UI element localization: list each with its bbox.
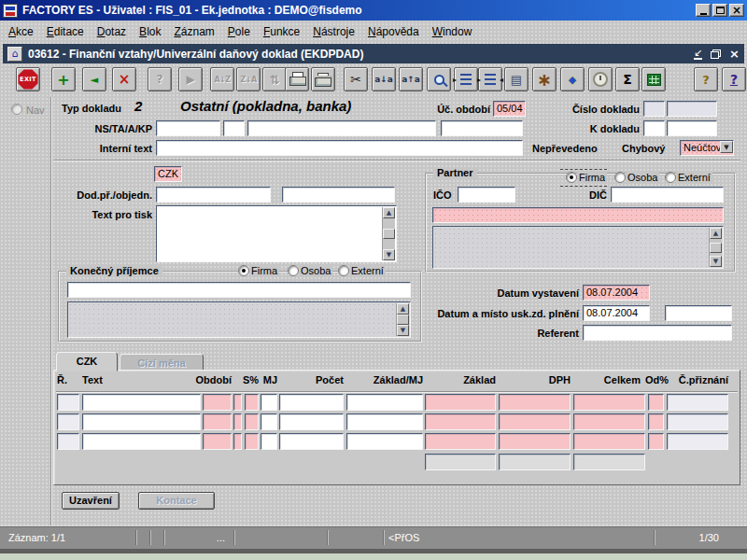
mj-cell[interactable] (261, 433, 277, 450)
zaklad-cell[interactable] (425, 413, 496, 430)
celkem-cell[interactable] (573, 394, 645, 411)
dph-cell[interactable] (499, 413, 571, 430)
konecny-radio-firma-label[interactable]: Firma (249, 265, 279, 276)
obdobi-cell[interactable] (203, 413, 232, 430)
konecny-radio-osoba[interactable] (288, 265, 299, 276)
datum-plneni-field[interactable]: 08.07.2004 (583, 305, 650, 321)
text-cell[interactable] (82, 413, 201, 430)
referent-field[interactable] (583, 325, 732, 341)
celkem-cell[interactable] (573, 433, 645, 450)
misto-plneni-field[interactable] (665, 305, 732, 321)
exit-button[interactable]: EXIT (16, 67, 40, 91)
cut-button[interactable]: ✂ (344, 67, 368, 91)
menu-nastroje[interactable]: Nástroje (313, 25, 355, 38)
partner-radio-externi[interactable] (665, 172, 676, 183)
helm-button[interactable]: ∗ (532, 67, 557, 91)
pocet-cell[interactable] (279, 394, 344, 411)
obdobi-cell[interactable] (203, 433, 232, 450)
datum-vystaveni-field[interactable]: 08.07.2004 (583, 285, 650, 301)
stav-dropdown-arrow[interactable]: ▼ (720, 141, 733, 153)
zaklad-mj-cell[interactable] (346, 433, 423, 450)
scroll-up-icon[interactable]: ▲ (710, 228, 722, 239)
dic-field[interactable] (611, 187, 724, 203)
partner-radio-externi-label[interactable]: Externí (676, 172, 712, 183)
print-multiple-button[interactable] (311, 67, 335, 91)
partner-address-scrollbar[interactable]: ▲ ▼ (709, 228, 722, 267)
sazba-cell[interactable] (245, 413, 259, 430)
dod-field-1[interactable] (156, 187, 271, 203)
celkem-cell[interactable] (573, 413, 645, 430)
scroll-down-icon[interactable]: ▼ (710, 256, 722, 267)
konecny-radio-externi[interactable] (338, 265, 349, 276)
help-context-button[interactable]: ? (694, 67, 718, 91)
zaklad-mj-cell[interactable] (346, 413, 423, 430)
text-pro-tisk-area[interactable]: ▲ ▼ (156, 205, 397, 262)
od-cell[interactable] (648, 433, 664, 450)
print-button[interactable] (285, 67, 309, 91)
konecny-radio-externi-label[interactable]: Externí (349, 265, 386, 276)
dph-cell[interactable] (499, 394, 571, 411)
dod-field-2[interactable] (282, 187, 395, 203)
flag-cell[interactable] (233, 394, 242, 411)
text-cell[interactable] (82, 394, 201, 411)
text-pro-tisk-scrollbar[interactable]: ▲ ▼ (382, 207, 395, 260)
konecny-address-scrollbar[interactable]: ▲ ▼ (396, 303, 409, 336)
close-button[interactable]: × (729, 4, 744, 17)
sazba-cell[interactable] (245, 394, 259, 411)
od-cell[interactable] (648, 413, 664, 430)
minimize-button[interactable] (696, 4, 711, 17)
konecny-radio-firma[interactable] (238, 265, 249, 276)
zaklad-cell[interactable] (425, 433, 496, 450)
tab-czk[interactable]: CZK (56, 352, 118, 371)
pocet-cell[interactable] (279, 433, 344, 450)
od-cell[interactable] (648, 394, 664, 411)
mdi-minimize-button[interactable]: ↙ (694, 48, 702, 60)
ns-field-2[interactable] (223, 120, 245, 136)
list-of-values-button[interactable]: ◆ (560, 67, 585, 91)
sazba-cell[interactable] (245, 433, 259, 450)
mdi-restore-button[interactable] (711, 49, 721, 59)
ico-field[interactable] (458, 187, 515, 203)
zaklad-mj-cell[interactable] (346, 394, 423, 411)
save-button[interactable]: ◄ (82, 67, 106, 91)
dph-cell[interactable] (499, 433, 571, 450)
record-list-button[interactable] (454, 67, 478, 91)
insert-record-button[interactable]: + (51, 67, 76, 91)
menu-editace[interactable]: Editace (47, 25, 84, 38)
konecny-address-area[interactable]: ▲ ▼ (67, 301, 411, 338)
help-button[interactable]: ? (722, 67, 746, 91)
mj-cell[interactable] (261, 413, 277, 430)
uc-obdobi-field[interactable]: 05/04 (493, 101, 526, 117)
mj-cell[interactable] (261, 394, 277, 411)
zaklad-cell[interactable] (425, 394, 496, 411)
menu-napoveda[interactable]: Nápověda (368, 25, 419, 38)
interni-text-field[interactable] (156, 140, 523, 156)
scroll-thumb[interactable] (383, 229, 395, 239)
partner-radio-firma-label[interactable]: Firma (577, 172, 607, 183)
partner-name-field[interactable] (432, 207, 724, 223)
menu-blok[interactable]: Blok (139, 25, 161, 38)
detail-card-button[interactable]: ▤ (504, 67, 529, 91)
menu-window[interactable]: Window (432, 25, 472, 38)
flag-cell[interactable] (233, 433, 242, 450)
scroll-thumb[interactable] (397, 315, 409, 325)
excel-export-button[interactable] (641, 67, 666, 91)
find-button[interactable] (427, 67, 451, 91)
uzavreni-button[interactable]: Uzavření (62, 492, 120, 510)
mdi-close-button[interactable]: × (729, 49, 740, 60)
menu-zaznam[interactable]: Záznam (174, 25, 214, 38)
partner-radio-firma[interactable] (566, 172, 577, 183)
scroll-thumb[interactable] (710, 243, 722, 253)
text-cell[interactable] (82, 433, 201, 450)
paste-field-button[interactable]: a↑a (399, 67, 423, 91)
ns-field-1[interactable] (156, 120, 220, 136)
flag-cell[interactable] (233, 413, 242, 430)
scroll-up-icon[interactable]: ▲ (383, 207, 395, 218)
record-list-detail-button[interactable] (478, 67, 502, 91)
scroll-up-icon[interactable]: ▲ (397, 303, 409, 315)
scroll-down-icon[interactable]: ▼ (397, 325, 409, 336)
menu-dotaz[interactable]: Dotaz (97, 25, 126, 38)
partner-radio-osoba-label[interactable]: Osoba (626, 172, 659, 183)
menu-pole[interactable]: Pole (228, 25, 250, 38)
maximize-button[interactable] (712, 4, 727, 17)
